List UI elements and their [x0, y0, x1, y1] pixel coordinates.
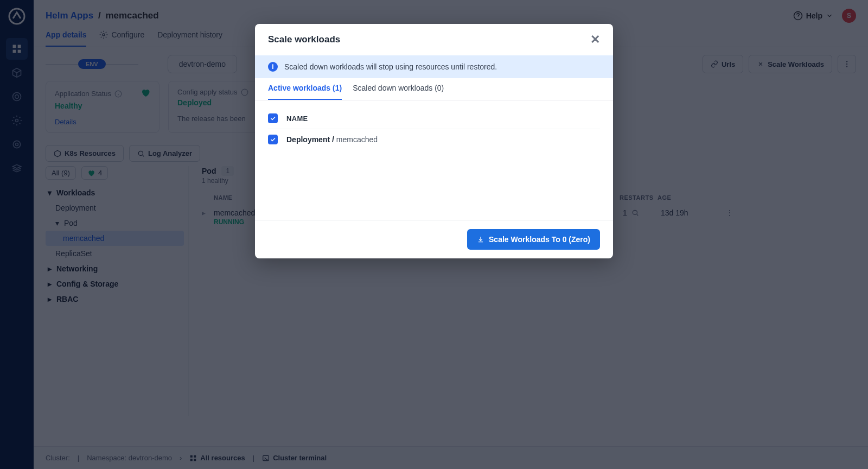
info-icon: i	[268, 62, 278, 72]
modal-tabs: Active workloads (1) Scaled down workloa…	[255, 78, 613, 100]
workload-checkbox[interactable]	[268, 135, 278, 144]
modal-body: NAME Deployment / memcached	[255, 100, 613, 220]
scale-workloads-modal: Scale workloads ✕ i Scaled down workload…	[255, 24, 613, 258]
download-icon	[477, 236, 484, 243]
modal-tab-scaleddown[interactable]: Scaled down workloads (0)	[353, 84, 444, 100]
modal-header: Scale workloads ✕	[255, 24, 613, 55]
workload-name: memcached	[336, 135, 378, 144]
close-icon[interactable]: ✕	[590, 34, 600, 46]
workload-kind: Deployment /	[286, 135, 336, 144]
modal-header-row: NAME	[268, 108, 600, 129]
modal-banner: i Scaled down workloads will stop using …	[255, 55, 613, 78]
select-all-checkbox[interactable]	[268, 113, 278, 123]
modal-footer: Scale Workloads To 0 (Zero)	[255, 220, 613, 258]
modal-title: Scale workloads	[268, 34, 340, 45]
modal-col-name: NAME	[286, 115, 308, 123]
modal-workload-row: Deployment / memcached	[268, 129, 600, 150]
modal-tab-active[interactable]: Active workloads (1)	[268, 84, 342, 100]
modal-overlay[interactable]: Scale workloads ✕ i Scaled down workload…	[0, 0, 868, 469]
modal-banner-text: Scaled down workloads will stop using re…	[284, 62, 497, 71]
scale-to-zero-button[interactable]: Scale Workloads To 0 (Zero)	[467, 229, 600, 250]
